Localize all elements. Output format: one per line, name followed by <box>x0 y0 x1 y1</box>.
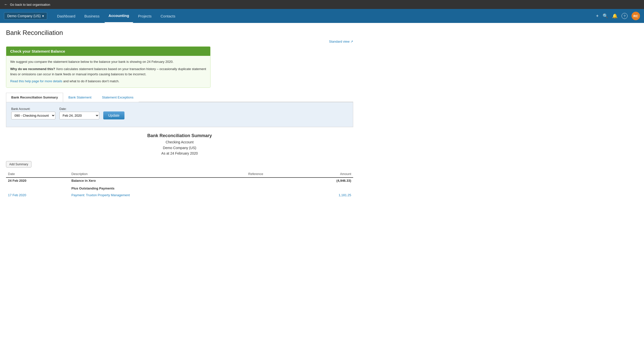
back-arrow-icon: ← <box>4 2 8 7</box>
report-header: Bank Reconciliation Summary Checking Acc… <box>6 133 353 156</box>
row-amount: (4,946.33) <box>300 178 353 184</box>
alert-help-link[interactable]: Read this help page for more details <box>10 79 62 83</box>
alert-line2: Why do we recommend this? Xero calculate… <box>10 66 206 77</box>
col-description: Description <box>69 171 246 178</box>
table-row: Plus Outstanding Payments <box>6 184 353 192</box>
alert-line1: We suggest you compare the statement bal… <box>10 59 206 64</box>
nav-bar: Demo Company (US) ▾ Dashboard Business A… <box>0 9 644 23</box>
nav-contacts[interactable]: Contacts <box>157 9 179 23</box>
page-content: Bank Reconciliation Standard view ↗ Chec… <box>0 23 359 204</box>
alert-box: Check your Statement Balance We suggest … <box>6 46 210 88</box>
filter-row: Bank Account: 090 - Checking Account Dat… <box>11 107 348 119</box>
tab-bank-statement[interactable]: Bank Statement <box>63 93 97 102</box>
back-to-org-label: Go back to last organisation <box>10 3 50 6</box>
row-date: 24 Feb 2020 <box>6 178 69 184</box>
nav-links: Dashboard Business Accounting Projects C… <box>53 9 596 23</box>
row-amount <box>300 184 353 192</box>
report-title: Bank Reconciliation Summary <box>6 133 353 138</box>
add-summary-button[interactable]: Add Summary <box>6 161 32 168</box>
org-name: Demo Company (US) <box>7 14 41 18</box>
report-sub-line1: Checking Account <box>6 139 353 145</box>
bank-account-select[interactable]: 090 - Checking Account <box>11 112 55 119</box>
alert-header: Check your Statement Balance <box>6 47 210 56</box>
nav-accounting[interactable]: Accounting <box>104 9 133 23</box>
col-reference: Reference <box>246 171 300 178</box>
nav-right: + 🔍 🔔 ? RC <box>596 12 640 20</box>
date-group: Date: Feb 24, 2020 <box>59 107 99 119</box>
nav-business[interactable]: Business <box>80 9 104 23</box>
help-icon[interactable]: ? <box>622 13 628 19</box>
page-title: Bank Reconciliation <box>6 29 353 37</box>
row-date: 17 Feb 2020 <box>6 192 69 198</box>
row-reference <box>246 192 300 198</box>
bank-account-group: Bank Account: 090 - Checking Account <box>11 107 55 119</box>
row-description: Payment: Truxton Property Management <box>69 192 246 198</box>
row-date <box>6 184 69 192</box>
table-row: 17 Feb 2020 Payment: Truxton Property Ma… <box>6 192 353 198</box>
standard-view-link[interactable]: Standard view ↗ <box>329 40 353 43</box>
row-reference <box>246 178 300 184</box>
row-reference <box>246 184 300 192</box>
org-dropdown-icon: ▾ <box>42 14 44 18</box>
search-icon[interactable]: 🔍 <box>602 13 608 19</box>
tab-bank-reconciliation-summary[interactable]: Bank Reconciliation Summary <box>6 93 63 102</box>
description-link[interactable]: Payment: Truxton Property Management <box>71 193 130 197</box>
alert-line3: Read this help page for more details and… <box>10 79 206 84</box>
tab-statement-exceptions[interactable]: Statement Exceptions <box>97 93 139 102</box>
row-amount[interactable]: 1,181.25 <box>300 192 353 198</box>
date-label: Date: <box>59 107 99 111</box>
tabs: Bank Reconciliation Summary Bank Stateme… <box>6 93 353 102</box>
update-button[interactable]: Update <box>103 111 124 119</box>
top-bar[interactable]: ← Go back to last organisation <box>0 0 644 9</box>
col-date: Date <box>6 171 69 178</box>
report-table: Date Description Reference Amount 24 Feb… <box>6 171 353 198</box>
avatar[interactable]: RC <box>632 12 640 20</box>
col-amount: Amount <box>300 171 353 178</box>
nav-dashboard[interactable]: Dashboard <box>53 9 79 23</box>
report-sub-line2: Demo Company (US) <box>6 145 353 151</box>
org-selector[interactable]: Demo Company (US) ▾ <box>4 12 47 20</box>
bank-account-label: Bank Account: <box>11 107 55 111</box>
report-sub-line3: As at 24 February 2020 <box>6 151 353 156</box>
row-description: Plus Outstanding Payments <box>69 184 246 192</box>
date-select[interactable]: Feb 24, 2020 <box>59 112 99 119</box>
row-description: Balance in Xero <box>69 178 246 184</box>
table-row: 24 Feb 2020 Balance in Xero (4,946.33) <box>6 178 353 184</box>
add-icon[interactable]: + <box>596 13 598 19</box>
standard-view-container: Standard view ↗ <box>6 40 353 43</box>
nav-projects[interactable]: Projects <box>134 9 156 23</box>
alert-body: We suggest you compare the statement bal… <box>6 56 210 87</box>
date-link[interactable]: 17 Feb 2020 <box>8 193 26 197</box>
filter-area: Bank Account: 090 - Checking Account Dat… <box>6 102 353 127</box>
bell-icon[interactable]: 🔔 <box>612 13 618 19</box>
